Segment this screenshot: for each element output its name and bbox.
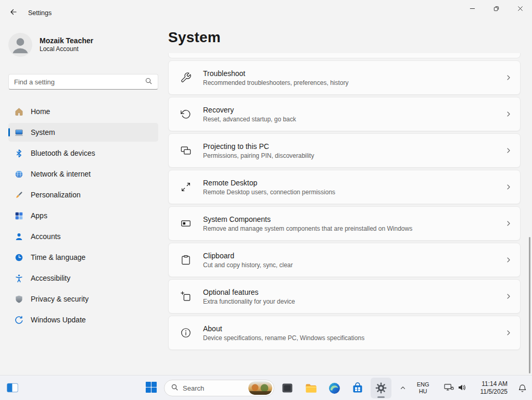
card-about[interactable]: About Device specifications, rename PC, … xyxy=(168,316,521,350)
card-subtitle: Permissions, pairing PIN, discoverabilit… xyxy=(203,152,494,159)
card-subtitle: Device specifications, rename PC, Window… xyxy=(203,334,494,342)
partially-scrolled-card[interactable] xyxy=(168,53,521,58)
search-icon xyxy=(171,383,179,393)
card-title: System Components xyxy=(203,215,494,223)
square-plus-icon xyxy=(179,291,193,302)
info-circle-icon xyxy=(179,327,193,339)
card-troubleshoot[interactable]: Troubleshoot Recommended troubleshooters… xyxy=(168,60,521,95)
component-box-icon xyxy=(179,218,193,229)
card-title: Clipboard xyxy=(203,252,494,260)
minimize-icon xyxy=(470,5,475,13)
user-profile[interactable]: Mozaik Teacher Local Account xyxy=(8,32,158,57)
card-text: Remote Desktop Remote Desktop users, con… xyxy=(203,179,494,196)
card-text: Clipboard Cut and copy history, sync, cl… xyxy=(203,252,494,269)
card-text: About Device specifications, rename PC, … xyxy=(203,324,494,342)
clock-date[interactable]: 11:14 AM 11/5/2025 xyxy=(473,378,515,398)
card-title: Recovery xyxy=(203,106,494,114)
window-title: Settings xyxy=(28,9,52,17)
clock-block: 11:14 AM 11/5/2025 xyxy=(476,380,512,396)
sidebar-item-system[interactable]: System xyxy=(8,123,158,142)
search-highlight-image[interactable] xyxy=(248,381,272,395)
sidebar-item-accounts[interactable]: Accounts xyxy=(8,227,158,246)
dark-app-icon[interactable] xyxy=(277,378,298,398)
update-arrows-icon xyxy=(15,316,23,324)
language-code: ENG xyxy=(417,381,429,388)
titlebar: Settings xyxy=(0,0,532,25)
user-name: Mozaik Teacher xyxy=(40,36,93,45)
sidebar-item-personalization[interactable]: Personalization xyxy=(8,185,158,204)
sidebar-item-label: Network & internet xyxy=(31,170,91,178)
show-hidden-icons-chevron[interactable] xyxy=(396,378,410,398)
sidebar-item-apps[interactable]: Apps xyxy=(8,206,158,225)
card-optional-features[interactable]: Optional features Extra functionality fo… xyxy=(168,279,521,314)
close-button[interactable] xyxy=(508,0,532,18)
sidebar-item-home[interactable]: Home xyxy=(8,102,158,121)
card-subtitle: Remove and manage system components that… xyxy=(203,225,494,232)
restore-icon xyxy=(493,5,499,13)
taskbar-search-box[interactable]: Search xyxy=(164,380,274,396)
start-button[interactable] xyxy=(141,378,161,398)
bluetooth-icon xyxy=(15,149,23,158)
language-block: ENG HU xyxy=(413,381,434,394)
card-subtitle: Cut and copy history, sync, clear xyxy=(203,261,494,269)
avatar xyxy=(8,33,32,57)
clipboard-icon xyxy=(179,254,193,266)
edge-browser-icon[interactable] xyxy=(324,378,345,398)
home-icon xyxy=(15,107,23,116)
user-account-type: Local Account xyxy=(40,45,93,54)
settings-window: Settings Mozaik Teacher Local Account xyxy=(0,0,532,400)
sidebar-item-time-language[interactable]: Time & language xyxy=(8,248,158,267)
tray-icons xyxy=(440,383,470,393)
card-subtitle: Reset, advanced startup, go back xyxy=(203,116,494,123)
minimize-button[interactable] xyxy=(460,0,484,18)
remote-connect-arrows-icon xyxy=(179,181,193,193)
sidebar-item-accessibility[interactable]: Accessibility xyxy=(8,269,158,288)
microsoft-store-icon[interactable] xyxy=(347,378,368,398)
card-subtitle: Recommended troubleshooters, preferences… xyxy=(203,79,494,86)
file-explorer-icon[interactable] xyxy=(300,378,321,398)
desktops-icon[interactable] xyxy=(5,381,20,395)
notification-bell-icon[interactable] xyxy=(515,378,530,398)
vertical-scrollbar[interactable] xyxy=(529,237,530,373)
sidebar-item-label: Time & language xyxy=(31,253,85,261)
back-arrow-icon xyxy=(9,8,18,18)
dual-screens-icon xyxy=(179,145,193,156)
sidebar-item-label: Privacy & security xyxy=(31,295,88,303)
sidebar-item-label: Apps xyxy=(31,211,47,220)
clock-icon xyxy=(15,253,23,262)
back-button[interactable] xyxy=(5,4,22,21)
sidebar-item-privacy-security[interactable]: Privacy & security xyxy=(8,290,158,308)
card-title: Remote Desktop xyxy=(203,179,494,187)
language-switcher[interactable]: ENG HU xyxy=(410,378,437,398)
network-volume-group[interactable] xyxy=(437,378,473,398)
restore-button[interactable] xyxy=(484,0,508,18)
card-recovery[interactable]: Recovery Reset, advanced startup, go bac… xyxy=(168,97,521,131)
tray-date: 11/5/2025 xyxy=(480,388,508,396)
settings-search-input[interactable] xyxy=(14,78,145,86)
running-app-indicator xyxy=(377,396,385,398)
wrench-icon xyxy=(179,72,193,83)
accessibility-person-icon xyxy=(15,274,23,283)
window-controls xyxy=(460,0,532,18)
sidebar-item-network-internet[interactable]: Network & internet xyxy=(8,165,158,183)
sidebar-item-label: Bluetooth & devices xyxy=(31,149,95,157)
card-clipboard[interactable]: Clipboard Cut and copy history, sync, cl… xyxy=(168,243,521,277)
chevron-right-icon xyxy=(504,110,513,118)
chevron-right-icon xyxy=(504,329,513,337)
sidebar-item-label: Personalization xyxy=(31,191,81,199)
settings-card-list: Troubleshoot Recommended troubleshooters… xyxy=(168,53,521,350)
sidebar-item-label: System xyxy=(31,128,55,136)
network-icon xyxy=(444,383,454,393)
chevron-right-icon xyxy=(504,292,513,301)
sidebar-item-bluetooth-devices[interactable]: Bluetooth & devices xyxy=(8,144,158,162)
card-system-components[interactable]: System Components Remove and manage syst… xyxy=(168,206,521,241)
card-projecting-to-this-pc[interactable]: Projecting to this PC Permissions, pairi… xyxy=(168,133,521,168)
settings-gear-icon[interactable] xyxy=(371,378,391,398)
shield-icon xyxy=(15,295,23,304)
taskbar-center: Search xyxy=(141,376,391,400)
chevron-right-icon xyxy=(504,256,513,264)
sidebar-item-windows-update[interactable]: Windows Update xyxy=(8,310,158,329)
system-tray: ENG HU 11:14 AM 11/5/2025 xyxy=(396,376,530,400)
sidebar-item-label: Accounts xyxy=(31,232,61,241)
card-remote-desktop[interactable]: Remote Desktop Remote Desktop users, con… xyxy=(168,170,521,204)
